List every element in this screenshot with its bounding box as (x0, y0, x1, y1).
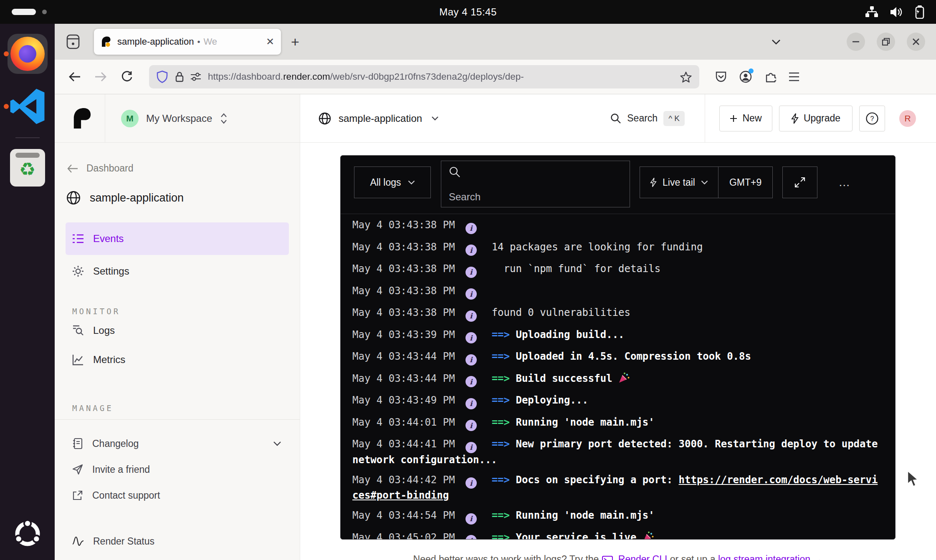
window-minimize-button[interactable] (847, 33, 865, 51)
sidebar-item-invite[interactable]: Invite a friend (66, 457, 289, 482)
log-entry: May 4 03:44:42 PMi==> Docs on specifying… (352, 473, 883, 503)
live-tail-dropdown[interactable]: Live tail (640, 167, 718, 198)
list-tabs-icon[interactable] (772, 39, 781, 45)
expand-icon (794, 177, 806, 188)
system-tray[interactable] (865, 0, 925, 24)
ubuntu-logo-icon (10, 517, 45, 551)
window-maximize-button[interactable] (877, 33, 895, 51)
log-entry: May 4 03:43:38 PMi run `npm fund` for de… (352, 262, 883, 278)
mouse-cursor (907, 470, 923, 488)
chevron-down-icon (408, 180, 415, 184)
sidebar-nav: Events Settings (66, 222, 289, 288)
render-dashboard: M My Workspace sample-application (55, 94, 936, 560)
service-selector[interactable]: sample-application (319, 94, 439, 142)
timezone-button[interactable]: GMT+9 (718, 167, 772, 198)
main-content: All logs Search (300, 143, 936, 560)
render-cli-link[interactable]: Render CLI (618, 554, 668, 560)
new-tab-button[interactable]: + (291, 34, 299, 50)
forward-button[interactable] (95, 72, 106, 82)
metrics-label: Metrics (93, 354, 125, 366)
log-search-input[interactable]: Search (441, 161, 630, 207)
contact-support-label: Contact support (92, 490, 160, 501)
timezone-label: GMT+9 (729, 177, 761, 188)
search-icon (449, 166, 622, 178)
back-to-dashboard[interactable]: Dashboard (66, 163, 289, 174)
log-message: Deploying... (516, 394, 588, 406)
bookmark-star-icon[interactable] (680, 71, 692, 83)
dock-trash[interactable]: ♻ (0, 149, 55, 187)
account-notification-dot (749, 68, 754, 73)
log-message: 14 packages are looking for funding (492, 241, 703, 253)
system-top-bar: May 4 15:45 (0, 0, 936, 24)
log-message: Build successful (516, 373, 630, 384)
upgrade-button[interactable]: Upgrade (779, 106, 853, 131)
log-timestamp: May 4 03:43:38 PM (352, 241, 455, 253)
sidebar-item-render-status[interactable]: Render Status (66, 528, 289, 554)
system-clock[interactable]: May 4 15:45 (0, 0, 936, 24)
log-timestamp: May 4 03:43:38 PM (352, 307, 455, 318)
help-button[interactable]: ? (859, 106, 885, 131)
pocket-icon[interactable] (715, 71, 727, 83)
info-icon: i (465, 354, 477, 366)
sidebar-item-metrics[interactable]: Metrics (66, 345, 289, 374)
logs-footer-note: Need better ways to work with logs? Try … (340, 554, 896, 560)
log-filter-dropdown[interactable]: All logs (354, 166, 431, 198)
workspace-switcher[interactable]: M My Workspace (55, 94, 300, 142)
sidebar-item-events[interactable]: Events (66, 222, 289, 255)
account-icon[interactable] (739, 71, 752, 83)
global-search[interactable]: Search ^ K (610, 111, 685, 126)
url-text: https://dashboard.render.com/web/srv-d0b… (208, 71, 675, 82)
dock-firefox[interactable] (0, 34, 55, 74)
filter-label: All logs (370, 177, 401, 188)
new-button-label: New (742, 113, 761, 124)
sidebar-item-contact-support[interactable]: Contact support (66, 482, 289, 508)
back-button[interactable] (69, 72, 81, 82)
expand-logs-button[interactable] (782, 166, 817, 198)
lock-icon[interactable] (175, 71, 185, 83)
firefox-view-icon[interactable] (66, 34, 80, 49)
url-bar[interactable]: https://dashboard.render.com/web/srv-d0b… (149, 65, 699, 88)
party-popper-icon (643, 531, 654, 540)
window-close-button[interactable] (907, 33, 925, 51)
log-stream-link[interactable]: log stream integration → (718, 554, 823, 560)
log-timestamp: May 4 03:44:01 PM (352, 416, 455, 428)
log-timestamp: May 4 03:45:02 PM (352, 532, 455, 540)
browser-tab[interactable]: sample-application•We ✕ (94, 29, 281, 55)
log-arrow: ==> (492, 416, 516, 428)
user-avatar[interactable]: R (899, 110, 916, 127)
info-icon: i (465, 245, 477, 256)
dock-show-apps[interactable] (0, 517, 55, 551)
workspace-name: My Workspace (146, 113, 212, 124)
tab-close-icon[interactable]: ✕ (266, 36, 274, 48)
permissions-icon[interactable] (190, 72, 201, 81)
log-message: Running 'node main.mjs' (516, 416, 654, 428)
changelog-label: Changelog (92, 438, 139, 449)
sidebar-item-logs[interactable]: Logs (66, 316, 289, 345)
info-icon: i (465, 223, 477, 234)
new-button[interactable]: New (719, 106, 772, 131)
sidebar-item-changelog[interactable]: Changelog (66, 431, 289, 457)
log-timestamp: May 4 03:43:44 PM (352, 373, 455, 384)
sidebar-item-settings[interactable]: Settings (66, 255, 289, 288)
events-label: Events (93, 233, 124, 245)
dock-vscode[interactable] (0, 88, 55, 125)
info-icon: i (465, 477, 477, 489)
lightning-icon (791, 113, 799, 124)
footer-text: Need better ways to work with logs? Try … (413, 554, 599, 560)
log-timestamp: May 4 03:44:42 PM (352, 474, 455, 486)
chevron-down-icon (273, 441, 281, 446)
log-arrow: ==> (492, 394, 516, 406)
menu-icon[interactable] (789, 72, 799, 81)
info-icon: i (465, 513, 477, 525)
log-more-menu[interactable]: … (838, 166, 852, 198)
extensions-icon[interactable] (764, 71, 776, 83)
log-message: Uploading build... (516, 329, 624, 341)
shield-icon[interactable] (157, 71, 168, 83)
log-area: May 4 03:43:38 PMiMay 4 03:43:38 PMi14 p… (341, 214, 895, 540)
logs-label: Logs (93, 325, 115, 336)
reload-button[interactable] (121, 71, 132, 83)
arrow-left-icon (67, 164, 78, 173)
sidebar: Dashboard sample-application (55, 143, 300, 560)
gear-icon (72, 265, 84, 277)
workspace-avatar: M (121, 110, 139, 127)
